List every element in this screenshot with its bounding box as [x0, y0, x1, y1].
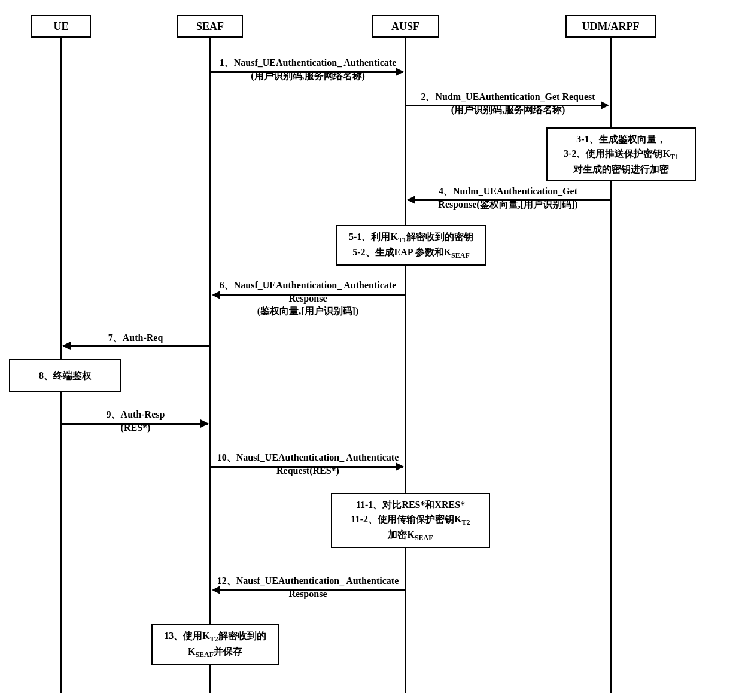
- msg-1: 1、Nausf_UEAuthentication_ Authenticate (…: [211, 56, 405, 82]
- box-5: 5-1、利用KT1解密收到的密钥 5-2、生成EAP 参数和KSEAF: [336, 225, 486, 266]
- arrow-10: [211, 466, 403, 468]
- arrow-4: [408, 199, 610, 201]
- box-3-line2: 3-2、使用推送保护密钥KT1: [564, 147, 679, 162]
- msg-4: 4、Nudm_UEAuthentication_Get Response(鉴权向…: [406, 185, 610, 211]
- msg-6: 6、Nausf_UEAuthentication_ Authenticate R…: [211, 279, 405, 318]
- msg-10: 10、Nausf_UEAuthentication_ Authenticate …: [211, 451, 405, 477]
- box-13-line2: KSEAF并保存: [188, 644, 242, 660]
- box-11-line1: 11-1、对比RES*和XRES*: [356, 498, 465, 512]
- box-8: 8、终端鉴权: [9, 359, 121, 392]
- box-5-line1: 5-1、利用KT1解密收到的密钥: [349, 230, 473, 245]
- arrow-7: [63, 345, 209, 347]
- box-3-line3: 对生成的密钥进行加密: [573, 162, 669, 176]
- actor-ue: UE: [31, 15, 91, 38]
- box-13-line1: 13、使用KT2解密收到的: [164, 629, 266, 644]
- box-13: 13、使用KT2解密收到的 KSEAF并保存: [151, 624, 279, 665]
- arrow-9: [62, 423, 208, 425]
- box-3: 3-1、生成鉴权向量， 3-2、使用推送保护密钥KT1 对生成的密钥进行加密: [546, 127, 696, 181]
- actor-seaf: SEAF: [177, 15, 243, 38]
- arrow-2: [406, 105, 608, 106]
- msg-9: 9、Auth-Resp (RES*): [62, 408, 209, 434]
- box-11-line2: 11-2、使用传输保护密钥KT2: [351, 512, 470, 528]
- msg-12-line1: 12、Nausf_UEAuthentication_ Authenticate: [217, 576, 399, 586]
- msg-6-line3: (鉴权向量,[用户识别码]): [257, 306, 358, 316]
- box-8-line1: 8、终端鉴权: [39, 369, 92, 383]
- box-3-line1: 3-1、生成鉴权向量，: [576, 132, 665, 147]
- msg-7: 7、Auth-Req: [62, 331, 209, 345]
- msg-2: 2、Nudm_UEAuthentication_Get Request (用户识…: [406, 90, 610, 116]
- msg-2-line1: 2、Nudm_UEAuthentication_Get Request: [421, 92, 595, 102]
- arrow-12: [213, 589, 405, 591]
- box-11: 11-1、对比RES*和XRES* 11-2、使用传输保护密钥KT2 加密KSE…: [331, 493, 490, 548]
- box-11-line3: 加密KSEAF: [388, 528, 433, 543]
- lifeline-ausf: [405, 38, 406, 693]
- msg-6-line1: 6、Nausf_UEAuthentication_ Authenticate: [220, 280, 397, 290]
- msg-4-line1: 4、Nudm_UEAuthentication_Get: [439, 186, 577, 196]
- arrow-6: [213, 294, 405, 296]
- msg-1-line1: 1、Nausf_UEAuthentication_ Authenticate: [220, 57, 397, 68]
- box-5-line2: 5-2、生成EAP 参数和KSEAF: [352, 245, 470, 261]
- actor-ausf: AUSF: [372, 15, 439, 38]
- msg-10-line1: 10、Nausf_UEAuthentication_ Authenticate: [217, 452, 399, 462]
- msg-9-line1: 9、Auth-Resp: [107, 409, 165, 419]
- actor-udm: UDM/ARPF: [565, 15, 656, 38]
- msg-12: 12、Nausf_UEAuthentication_ Authenticate …: [211, 574, 405, 600]
- arrow-1: [211, 71, 403, 73]
